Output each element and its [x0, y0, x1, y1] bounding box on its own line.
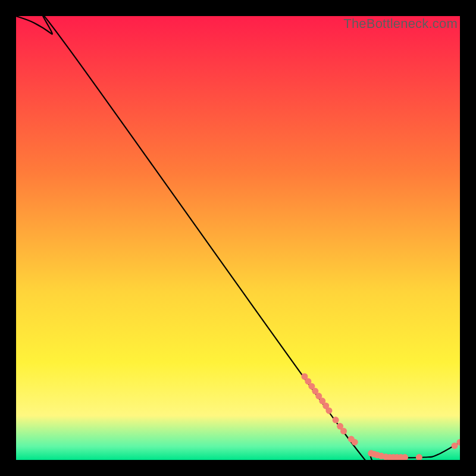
data-marker — [340, 428, 347, 434]
data-marker — [352, 439, 358, 446]
data-marker — [452, 443, 458, 449]
watermark-text: TheBottleneck.com — [343, 16, 458, 32]
gradient-background — [16, 16, 460, 460]
data-marker — [325, 408, 332, 414]
data-marker — [333, 416, 339, 423]
plot-svg — [16, 16, 460, 460]
plot-area: TheBottleneck.com — [16, 16, 460, 460]
chart-stage: TheBottleneck.com — [0, 0, 476, 476]
